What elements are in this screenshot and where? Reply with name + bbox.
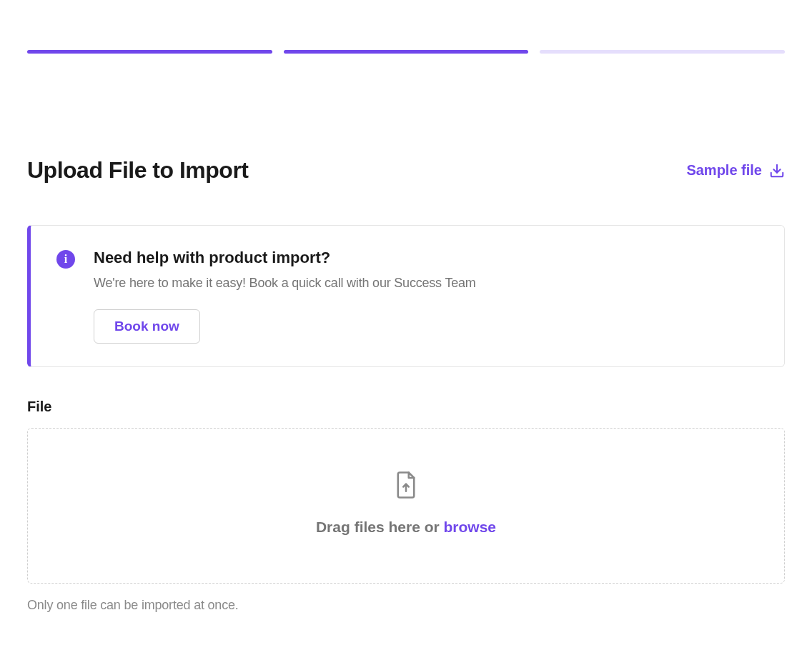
sample-file-label: Sample file: [686, 162, 762, 179]
file-section: File Drag files here or browse Only one …: [27, 399, 785, 613]
info-icon: i: [56, 250, 75, 269]
progress-step-1: [27, 50, 272, 54]
dropzone-prefix: Drag files here or: [316, 519, 444, 535]
file-hint: Only one file can be imported at once.: [27, 598, 785, 613]
info-description: We're here to make it easy! Book a quick…: [94, 276, 758, 291]
progress-step-3: [540, 50, 785, 54]
browse-link[interactable]: browse: [444, 519, 497, 535]
help-info-box: i Need help with product import? We're h…: [27, 225, 785, 367]
sample-file-link[interactable]: Sample file: [686, 162, 785, 179]
dropzone-text: Drag files here or browse: [316, 519, 496, 536]
page-title: Upload File to Import: [27, 157, 248, 184]
header-row: Upload File to Import Sample file: [27, 157, 785, 184]
info-title: Need help with product import?: [94, 249, 758, 267]
progress-step-2: [284, 50, 529, 54]
file-dropzone[interactable]: Drag files here or browse: [27, 428, 785, 584]
book-now-button[interactable]: Book now: [94, 309, 200, 344]
file-label: File: [27, 399, 785, 415]
download-icon: [769, 163, 785, 179]
progress-bar: [27, 0, 785, 54]
file-upload-icon: [395, 471, 417, 499]
info-content: Need help with product import? We're her…: [94, 249, 758, 344]
